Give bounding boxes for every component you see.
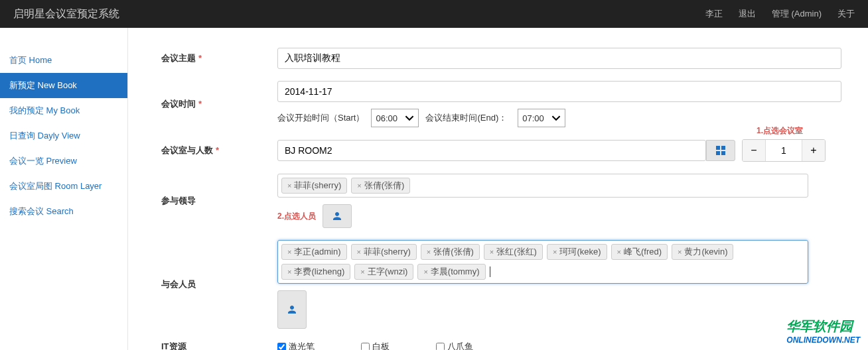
checkbox-option[interactable]: 激光笔 [277, 341, 315, 350]
nav-logout[interactable]: 退出 [739, 8, 756, 20]
end-label: 会议结束时间(End)： [425, 112, 507, 124]
nav-user[interactable]: 李正 [705, 8, 723, 20]
members-label: 与会人员 [161, 278, 277, 290]
subject-input[interactable] [277, 48, 841, 69]
tag[interactable]: × 张红(张红) [484, 244, 543, 260]
start-label: 会议开始时间（Start） [277, 112, 364, 124]
count-minus-button[interactable]: − [743, 140, 765, 161]
leaders-label: 参与领导 [161, 195, 277, 207]
leaders-tagbox[interactable]: × 菲菲(sherry)× 张倩(张倩) [277, 174, 808, 198]
room-input[interactable] [277, 140, 706, 161]
checkbox-option[interactable]: 八爪鱼 [436, 341, 473, 350]
count-input[interactable] [765, 140, 802, 161]
checkbox[interactable] [436, 343, 445, 351]
tag[interactable]: × 张倩(张倩) [421, 244, 480, 260]
tag-remove-icon[interactable]: × [617, 248, 621, 256]
tag-remove-icon[interactable]: × [287, 182, 291, 190]
hint-people: 2.点选人员 [277, 211, 316, 222]
checkbox[interactable] [277, 343, 286, 351]
members-picker-button[interactable] [277, 290, 307, 329]
tag[interactable]: × 峰飞(fred) [611, 244, 668, 260]
sidebar-item[interactable]: 首页 Home [0, 48, 127, 73]
sidebar-item[interactable]: 搜索会议 Search [0, 199, 127, 224]
nav-admin[interactable]: 管理 (Admin) [772, 8, 822, 20]
tag-remove-icon[interactable]: × [553, 248, 557, 256]
tag-remove-icon[interactable]: × [490, 248, 494, 256]
tag[interactable]: × 王字(wnzi) [354, 264, 413, 280]
sidebar-item[interactable]: 新预定 New Book [0, 73, 127, 98]
tag-remove-icon[interactable]: × [357, 248, 361, 256]
tag[interactable]: × 张倩(张倩) [351, 178, 410, 194]
tag[interactable]: × 李费(lizheng) [281, 264, 350, 280]
count-plus-button[interactable]: + [802, 140, 825, 161]
sidebar-item[interactable]: 我的预定 My Book [0, 98, 127, 123]
nav-about[interactable]: 关于 [837, 8, 855, 20]
chevron-down-icon [551, 113, 561, 123]
tag[interactable]: × 李晨(tommy) [417, 264, 485, 280]
sidebar-item[interactable]: 会议室局图 Room Layer [0, 174, 127, 199]
sidebar: 首页 Home新预定 New Book我的预定 My Book日查询 Dayly… [0, 28, 128, 350]
chevron-down-icon [405, 113, 414, 123]
sidebar-item[interactable]: 会议一览 Preview [0, 148, 127, 174]
grid-icon [716, 146, 725, 155]
room-picker-button[interactable] [706, 140, 735, 161]
person-icon [286, 304, 298, 316]
main-form: 会议主题* 会议时间* 会议开始时间（Start） 06:00 会议结束时间(E… [128, 28, 868, 350]
count-stepper: − + [742, 139, 826, 162]
room-label: 会议室与人数* [161, 145, 277, 156]
tag[interactable]: × 菲菲(sherry) [351, 244, 417, 260]
brand-title: 启明星会议室预定系统 [13, 7, 119, 21]
tag[interactable]: × 李正(admin) [281, 244, 347, 260]
leaders-picker-button[interactable] [323, 204, 352, 228]
sidebar-item[interactable]: 日查询 Dayly View [0, 123, 127, 148]
tag[interactable]: × 珂珂(keke) [547, 244, 607, 260]
subject-label: 会议主题* [161, 52, 277, 64]
end-time-select[interactable]: 07:00 [518, 109, 565, 127]
tag-remove-icon[interactable]: × [360, 268, 364, 276]
date-input[interactable] [277, 81, 841, 102]
tag[interactable]: × 黄力(kevin) [672, 244, 733, 260]
checkbox[interactable] [361, 343, 370, 351]
person-icon [331, 210, 343, 222]
tag-remove-icon[interactable]: × [423, 268, 427, 276]
top-bar: 启明星会议室预定系统 李正 退出 管理 (Admin) 关于 [0, 0, 868, 28]
start-time-select[interactable]: 06:00 [371, 109, 419, 127]
hint-room: 1.点选会议室 [757, 125, 803, 137]
tag-remove-icon[interactable]: × [678, 248, 682, 256]
tag-remove-icon[interactable]: × [427, 248, 431, 256]
tag[interactable]: × 菲菲(sherry) [281, 178, 347, 194]
checkbox-option[interactable]: 白板 [361, 341, 390, 350]
time-label: 会议时间* [161, 98, 277, 110]
tag-remove-icon[interactable]: × [287, 268, 291, 276]
members-tagbox[interactable]: × 李正(admin)× 菲菲(sherry)× 张倩(张倩)× 张红(张红)×… [277, 240, 808, 284]
it-label: IT资源 [161, 341, 277, 350]
tag-remove-icon[interactable]: × [357, 182, 361, 190]
tag-remove-icon[interactable]: × [287, 248, 291, 256]
